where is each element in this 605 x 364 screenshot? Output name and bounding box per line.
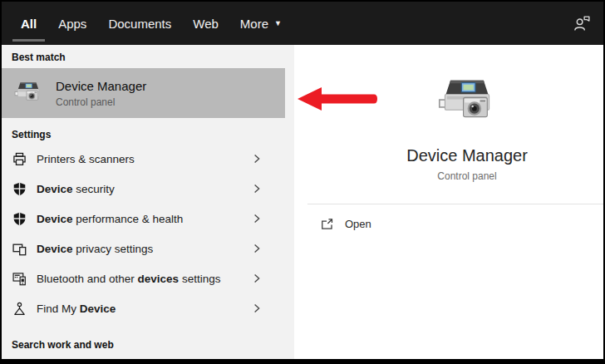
- tab-apps[interactable]: Apps: [47, 2, 97, 45]
- tab-more[interactable]: More ▼: [229, 2, 293, 45]
- settings-header: Settings: [2, 118, 294, 138]
- search-window: All Apps Documents Web More ▼ Best match: [0, 0, 605, 364]
- tab-all[interactable]: All: [10, 2, 47, 45]
- preview-app-subtitle: Control panel: [437, 170, 496, 182]
- best-match-header: Best match: [2, 45, 294, 65]
- settings-result-label: Printers & scanners: [37, 153, 135, 165]
- printer-icon: [12, 152, 27, 166]
- chevron-right-icon: [250, 152, 263, 165]
- open-action-button[interactable]: Open: [294, 204, 603, 243]
- result-tabs: All Apps Documents Web More ▼: [10, 2, 293, 45]
- preview-panel: Device Manager Control panel Open: [294, 45, 603, 359]
- tab-documents[interactable]: Documents: [97, 2, 182, 45]
- chevron-right-icon: [250, 182, 263, 195]
- settings-row-bluetooth-and-other-devices-settings[interactable]: Bluetooth and other devices settings: [2, 263, 285, 293]
- chevron-right-icon: [250, 212, 263, 225]
- settings-results-list: Printers & scanners Device security Devi…: [2, 144, 294, 323]
- settings-result-label: Device performance & health: [37, 213, 183, 225]
- device-manager-icon-large: [437, 73, 497, 128]
- settings-result-label: Bluetooth and other devices settings: [37, 273, 220, 285]
- settings-row-find-my-device[interactable]: Find My Device: [2, 293, 285, 323]
- settings-row-device-performance-health[interactable]: Device performance & health: [2, 204, 285, 234]
- settings-result-label: Find My Device: [37, 303, 116, 315]
- search-results-panel: Best match Device Manager Control panel …: [2, 45, 294, 359]
- shield-icon: [12, 212, 27, 226]
- tab-web[interactable]: Web: [182, 2, 229, 45]
- open-external-icon: [320, 217, 334, 231]
- settings-row-printers-scanners[interactable]: Printers & scanners: [2, 144, 285, 174]
- shield-icon: [12, 182, 27, 196]
- chevron-right-icon: [250, 272, 263, 285]
- chevron-right-icon: [250, 242, 263, 255]
- search-work-and-web-header: Search work and web: [2, 332, 294, 352]
- settings-result-label: Device privacy settings: [37, 243, 153, 255]
- find-my-device-icon: [12, 302, 27, 316]
- search-filter-tabs: All Apps Documents Web More ▼: [2, 2, 603, 45]
- settings-row-device-security[interactable]: Device security: [2, 174, 285, 204]
- device-manager-icon: [14, 79, 42, 107]
- best-match-item-device-manager[interactable]: Device Manager Control panel: [2, 68, 285, 118]
- settings-row-device-privacy-settings[interactable]: Device privacy settings: [2, 234, 285, 263]
- user-feedback-icon[interactable]: [572, 13, 592, 33]
- best-match-subtitle: Control panel: [56, 96, 146, 109]
- preview-app-title: Device Manager: [406, 146, 528, 165]
- devices-icon: [12, 242, 27, 256]
- settings-result-label: Device security: [37, 183, 115, 195]
- chevron-right-icon: [250, 302, 263, 315]
- bluetooth-devices-icon: [12, 272, 27, 286]
- dropdown-caret-icon: ▼: [274, 20, 282, 27]
- open-action-label: Open: [345, 218, 371, 230]
- best-match-title: Device Manager: [56, 78, 146, 94]
